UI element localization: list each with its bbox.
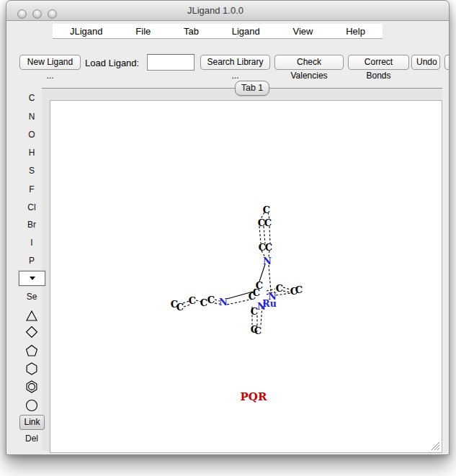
svg-text:N: N — [263, 256, 272, 266]
diamond-ring-icon[interactable] — [25, 325, 38, 338]
element-tool-o[interactable]: O — [17, 130, 46, 140]
element-tool-i[interactable]: I — [17, 238, 46, 248]
undo-button[interactable]: Undo — [411, 55, 440, 70]
search-library-button[interactable]: Search Library ... — [200, 55, 270, 70]
menu-item-file[interactable]: File — [135, 26, 151, 37]
svg-text:C: C — [171, 299, 178, 310]
tab-1[interactable]: Tab 1 — [235, 81, 269, 96]
menu-item-ligand[interactable]: Ligand — [232, 26, 260, 37]
element-tool-p[interactable]: P — [17, 256, 46, 266]
menu-item-help[interactable]: Help — [346, 26, 365, 37]
delete-tool[interactable]: Del — [17, 434, 46, 444]
new-ligand-button[interactable]: New Ligand ... — [19, 55, 81, 70]
svg-text:C: C — [249, 291, 256, 302]
element-tool-f[interactable]: F — [17, 184, 46, 194]
element-tool-s[interactable]: S — [17, 166, 46, 176]
svg-text:C: C — [276, 283, 283, 294]
menu-bar: JLigand File Tab Ligand View Help — [53, 24, 383, 39]
close-icon[interactable] — [17, 9, 27, 19]
triangle-ring-icon[interactable] — [25, 310, 38, 323]
menu-item-tab[interactable]: Tab — [184, 26, 199, 37]
svg-text:C: C — [295, 284, 303, 295]
svg-text:C: C — [254, 325, 261, 336]
window-title: JLigand 1.0.0 — [107, 5, 323, 16]
correct-bonds-button[interactable]: Correct Bonds — [348, 55, 409, 70]
load-ligand-input[interactable] — [147, 54, 195, 71]
svg-text:C: C — [200, 297, 207, 308]
minimize-icon[interactable] — [32, 9, 42, 19]
ligand-canvas[interactable]: CCCCCNCCCNRuNCCCNCCCCCCCC PQR — [50, 100, 442, 453]
chevron-down-icon — [30, 277, 35, 280]
benzene-ring-icon[interactable] — [25, 380, 38, 393]
large-ring-icon[interactable] — [25, 399, 38, 412]
element-tool-h[interactable]: H — [17, 148, 46, 158]
zoom-icon[interactable] — [48, 9, 57, 19]
svg-text:C: C — [265, 242, 272, 253]
svg-text:N: N — [219, 297, 228, 307]
svg-text:C: C — [207, 295, 215, 305]
hexagon-ring-icon[interactable] — [25, 362, 38, 375]
atom-labels: CCCCCNCCCNRuNCCCNCCCCCCCC — [171, 205, 303, 336]
element-tool-n[interactable]: N — [17, 112, 46, 122]
element-tool-cl[interactable]: Cl — [17, 202, 46, 212]
element-tool-c[interactable]: C — [17, 93, 46, 103]
ligand-id-label: PQR — [241, 390, 267, 403]
link-button[interactable]: Link — [19, 415, 45, 430]
load-ligand-label: Load Ligand: — [85, 58, 139, 68]
app-window: JLigand 1.0.0 JLigand File Tab Ligand Vi… — [6, 0, 450, 455]
screen: JLigand 1.0.0 JLigand File Tab Ligand Vi… — [0, 0, 456, 476]
element-tool-se[interactable]: Se — [17, 292, 46, 302]
menu-item-jligand[interactable]: JLigand — [70, 26, 103, 37]
svg-text:C: C — [263, 205, 270, 215]
svg-text:N: N — [257, 301, 266, 312]
svg-text:C: C — [189, 295, 196, 306]
resize-grip-icon[interactable] — [429, 439, 440, 451]
pentagon-ring-icon[interactable] — [25, 344, 38, 357]
molecule[interactable]: CCCCCNCCCNRuNCCCNCCCCCCCC PQR — [50, 101, 442, 452]
title-bar[interactable]: JLigand 1.0.0 — [6, 1, 449, 21]
svg-text:C: C — [264, 217, 272, 228]
toolbar-cutoff-button[interactable] — [444, 55, 450, 70]
element-dropdown[interactable] — [19, 271, 45, 286]
element-tool-br[interactable]: Br — [17, 220, 46, 230]
check-valencies-button[interactable]: Check Valencies — [274, 55, 344, 70]
menu-item-view[interactable]: View — [293, 26, 313, 37]
svg-text:C: C — [251, 306, 258, 317]
